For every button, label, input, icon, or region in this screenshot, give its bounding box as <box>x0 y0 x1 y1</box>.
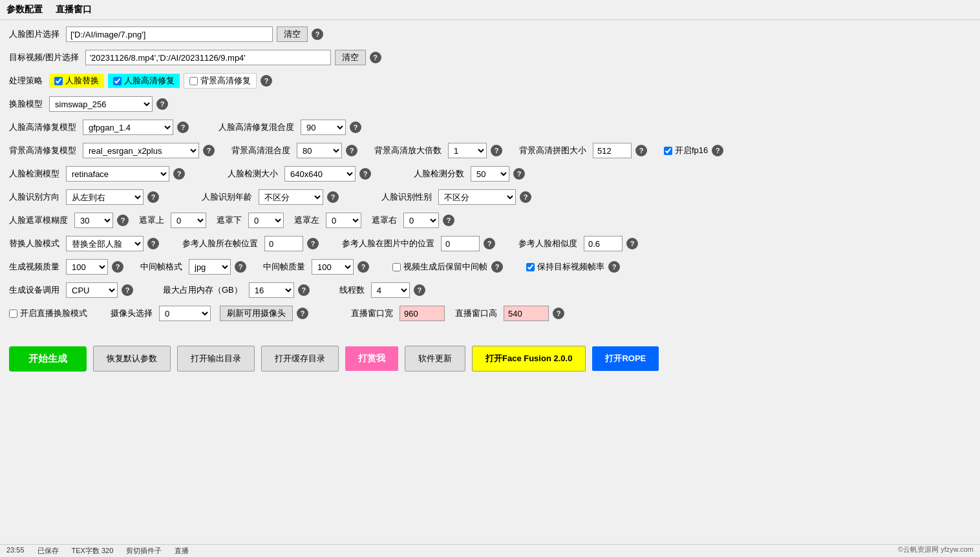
bg-tile-input[interactable] <box>593 143 632 158</box>
max-memory-select[interactable]: 168432 <box>249 282 294 298</box>
face-age-help[interactable]: ? <box>327 191 339 203</box>
keep-frames-checkbox[interactable] <box>392 263 401 271</box>
tab-live[interactable]: 直播窗口 <box>56 4 92 16</box>
face-detect-score-select[interactable]: 50607080 <box>471 166 509 182</box>
frame-format-help[interactable]: ? <box>235 261 246 273</box>
live-height-input[interactable] <box>504 306 549 321</box>
keep-fps-help[interactable]: ? <box>608 261 620 273</box>
strategy-help-icon[interactable]: ? <box>261 75 272 87</box>
target-video-label: 目标视频/图片选择 <box>9 52 79 63</box>
bg-scale-help[interactable]: ? <box>491 145 502 156</box>
face-image-label: 人脸图片选择 <box>9 28 59 40</box>
mask-right-select[interactable]: 012510 <box>403 213 439 228</box>
face-detect-size-help[interactable]: ? <box>359 168 371 180</box>
fp16-checkbox[interactable] <box>664 147 672 155</box>
face-enhance-blend-help[interactable]: ? <box>350 121 361 133</box>
fp16-checkbox-label[interactable]: 开启fp16 <box>664 145 708 156</box>
strategy-face-enhance[interactable]: 人脸高清修复 <box>108 74 180 88</box>
face-enhance-model-help[interactable]: ? <box>177 121 189 133</box>
swap-mode-select[interactable]: 替换全部人脸替换指定人脸 <box>66 236 144 251</box>
mask-right-help[interactable]: ? <box>443 215 454 226</box>
refresh-camera-btn[interactable]: 刷新可用摄像头 <box>220 306 293 321</box>
start-btn[interactable]: 开始生成 <box>9 346 87 372</box>
open-rope-btn[interactable]: 打开ROPE <box>592 346 659 371</box>
update-btn[interactable]: 软件更新 <box>405 346 465 372</box>
bg-blend-select[interactable]: 807060 <box>297 143 342 158</box>
restore-btn[interactable]: 恢复默认参数 <box>93 346 171 372</box>
swap-model-select[interactable]: simswap_256 inswapper_128 <box>49 96 153 112</box>
strategy-face-swap[interactable]: 人脸替换 <box>49 74 104 88</box>
face-detect-model-label: 人脸检测模型 <box>9 168 59 180</box>
open-cache-btn[interactable]: 打开缓存目录 <box>261 346 339 372</box>
face-enhance-blend-select[interactable]: 9080706050 <box>301 120 346 135</box>
target-video-help-icon[interactable]: ? <box>370 52 381 63</box>
mask-left-select[interactable]: 012510 <box>326 213 361 228</box>
face-enhance-model-label: 人脸高清修复模型 <box>9 121 76 133</box>
face-detect-model-help[interactable]: ? <box>173 168 185 180</box>
threads-help[interactable]: ? <box>414 284 425 296</box>
face-direction-help[interactable]: ? <box>147 191 159 203</box>
face-image-input[interactable] <box>66 26 273 42</box>
ref-face-img-pos-input[interactable] <box>441 236 480 251</box>
face-detect-model-select[interactable]: retinaface scrfd_2.5g <box>66 166 169 182</box>
frame-quality-select[interactable]: 1009080 <box>312 259 354 275</box>
mask-left-label: 遮罩左 <box>294 215 319 226</box>
ref-face-img-pos-help[interactable]: ? <box>484 238 495 249</box>
face-gender-select[interactable]: 不区分男女 <box>438 189 516 205</box>
ref-face-pos-input[interactable] <box>264 236 303 251</box>
device-help[interactable]: ? <box>122 284 133 296</box>
tab-params[interactable]: 参数配置 <box>6 4 43 16</box>
video-quality-help[interactable]: ? <box>112 261 123 273</box>
face-image-clear-btn[interactable]: 清空 <box>277 26 308 42</box>
live-size-help[interactable]: ? <box>553 308 564 319</box>
swap-mode-help[interactable]: ? <box>147 238 159 249</box>
target-video-row: 目标视频/图片选择 清空 ? <box>9 50 971 65</box>
keep-fps-label[interactable]: 保持目标视频帧率 <box>526 261 604 273</box>
strategy-face-enhance-checkbox[interactable] <box>113 77 122 85</box>
face-direction-select[interactable]: 从左到右从右到左从上到下 <box>66 189 144 205</box>
bg-tile-help[interactable]: ? <box>635 145 647 156</box>
ref-face-pos-help[interactable]: ? <box>307 238 319 249</box>
mask-bottom-select[interactable]: 012510 <box>248 213 284 228</box>
face-detect-score-help[interactable]: ? <box>513 168 525 180</box>
target-video-clear-btn[interactable]: 清空 <box>335 50 366 65</box>
mask-top-select[interactable]: 012510 <box>171 213 206 228</box>
face-gender-help[interactable]: ? <box>520 191 531 203</box>
fp16-help[interactable]: ? <box>712 145 723 156</box>
bg-enhance-model-select[interactable]: real_esrgan_x2plus real_esrgan_x4plus <box>83 143 199 158</box>
frame-quality-help[interactable]: ? <box>357 261 369 273</box>
bg-blend-help[interactable]: ? <box>346 145 357 156</box>
mask-blur-select[interactable]: 30201004050 <box>74 213 113 228</box>
keep-frames-help[interactable]: ? <box>491 261 503 273</box>
video-quality-select[interactable]: 1009080 <box>66 259 108 275</box>
face-image-help-icon[interactable]: ? <box>312 28 323 40</box>
donate-btn[interactable]: 打赏我 <box>345 346 398 371</box>
max-memory-help[interactable]: ? <box>298 284 310 296</box>
threads-select[interactable]: 4281 <box>371 282 410 298</box>
ref-face-similarity-help[interactable]: ? <box>626 238 638 249</box>
face-detect-size-select[interactable]: 640x640320x3201280x1280 <box>284 166 356 182</box>
bg-enhance-model-help[interactable]: ? <box>203 145 215 156</box>
camera-select-dropdown[interactable]: 012 <box>159 306 211 321</box>
target-video-input[interactable] <box>85 50 331 65</box>
ref-face-similarity-input[interactable] <box>584 236 623 251</box>
swap-model-help-icon[interactable]: ? <box>156 98 168 110</box>
strategy-bg-enhance-checkbox[interactable] <box>189 77 198 85</box>
open-ff-btn[interactable]: 打开Face Fusion 2.0.0 <box>472 346 586 372</box>
keep-fps-checkbox[interactable] <box>526 263 535 271</box>
strategy-bg-enhance[interactable]: 背景高清修复 <box>184 73 257 89</box>
strategy-face-swap-checkbox[interactable] <box>54 77 63 85</box>
face-enhance-model-select[interactable]: gfpgan_1.4 codeformer <box>83 120 173 135</box>
refresh-camera-help[interactable]: ? <box>297 308 308 319</box>
mask-bottom-label: 遮罩下 <box>217 215 242 226</box>
open-output-btn[interactable]: 打开输出目录 <box>177 346 255 372</box>
face-age-select[interactable]: 不区分儿童青年中年老年 <box>259 189 323 205</box>
live-width-input[interactable] <box>399 306 445 321</box>
keep-frames-label[interactable]: 视频生成后保留中间帧 <box>392 261 487 273</box>
live-mode-label[interactable]: 开启直播换脸模式 <box>9 308 87 319</box>
mask-blur-help[interactable]: ? <box>117 215 129 226</box>
device-select[interactable]: CPUGPU <box>66 282 118 298</box>
frame-format-select[interactable]: jpgpngbmp <box>189 259 231 275</box>
bg-scale-select[interactable]: 124 <box>448 143 487 158</box>
live-mode-checkbox[interactable] <box>9 310 17 318</box>
